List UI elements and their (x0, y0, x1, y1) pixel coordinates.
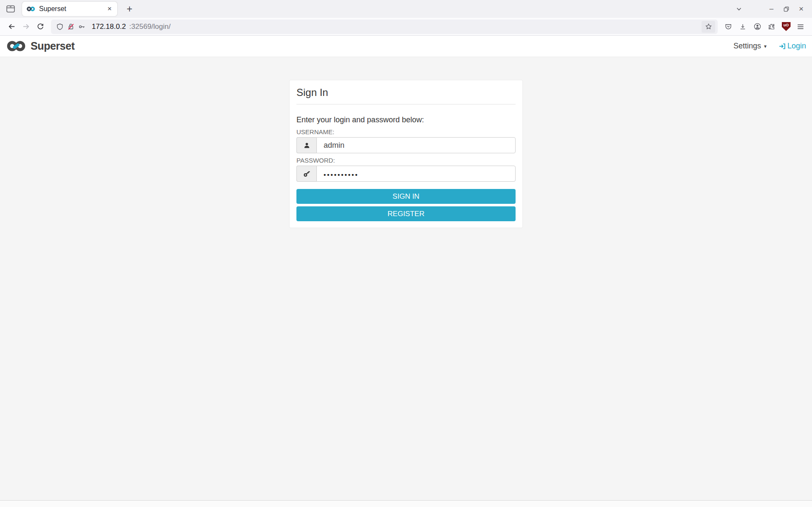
reload-button[interactable] (33, 20, 48, 33)
key-icon (296, 166, 316, 182)
bookmark-star-icon[interactable] (702, 21, 715, 33)
insecure-connection-lock-icon[interactable] (67, 23, 75, 31)
ublock-shield: uO (782, 22, 791, 31)
pocket-icon[interactable] (721, 20, 736, 33)
tab-title: Superset (39, 5, 104, 13)
ublock-origin-icon[interactable]: uO (779, 20, 793, 33)
password-label: PASSWORD: (296, 157, 516, 164)
sign-in-title: Sign In (296, 87, 516, 99)
minimize-button[interactable]: – (764, 3, 779, 15)
back-button[interactable] (4, 20, 19, 33)
user-icon (296, 137, 316, 153)
browser-toolbar: 172.18.0.2:32569/login/ (0, 18, 812, 36)
superset-favicon-icon (26, 6, 35, 11)
sign-in-arrow-icon (778, 42, 786, 50)
login-link[interactable]: Login (778, 42, 806, 51)
forward-button[interactable] (19, 20, 33, 33)
sign-in-card: Sign In Enter your login and password be… (289, 80, 523, 228)
restore-button[interactable] (779, 3, 794, 15)
url-path: :32569/login/ (129, 23, 170, 31)
page-footer (0, 500, 812, 507)
browser-tab[interactable]: Superset × (22, 2, 117, 16)
username-label: USERNAME: (296, 128, 516, 135)
username-input[interactable] (316, 137, 516, 153)
extensions-puzzle-icon[interactable] (764, 20, 779, 33)
page-background: Sign In Enter your login and password be… (0, 57, 812, 500)
superset-brand[interactable]: Superset (6, 40, 75, 52)
window-controls: – × (764, 3, 809, 15)
card-body: Enter your login and password below: USE… (290, 115, 522, 228)
brand-title: Superset (31, 40, 75, 52)
url-host: 172.18.0.2 (92, 23, 126, 31)
login-label: Login (787, 42, 806, 51)
saved-password-key-icon[interactable] (78, 23, 86, 31)
downloads-icon[interactable] (736, 20, 750, 33)
tab-close-icon[interactable]: × (104, 4, 115, 14)
new-tab-button[interactable]: + (122, 3, 137, 15)
navbar-right: Settings ▾ Login (733, 42, 806, 51)
menu-hamburger-icon[interactable] (793, 20, 808, 33)
settings-menu[interactable]: Settings ▾ (733, 42, 767, 51)
account-icon[interactable] (750, 20, 764, 33)
instruction-text: Enter your login and password below: (296, 115, 516, 124)
browser-window: Superset × + – × (0, 0, 812, 507)
superset-navbar: Superset Settings ▾ Login (0, 36, 812, 57)
superset-logo-icon (6, 40, 26, 52)
card-header: Sign In (296, 80, 516, 104)
url-bar[interactable]: 172.18.0.2:32569/login/ (51, 20, 718, 34)
close-window-button[interactable]: × (794, 3, 809, 15)
tracking-protection-shield-icon[interactable] (56, 23, 64, 31)
firefox-view-icon[interactable] (3, 3, 18, 15)
settings-label: Settings (733, 42, 761, 51)
browser-tab-bar: Superset × + – × (0, 0, 812, 18)
sign-in-button[interactable]: SIGN IN (296, 189, 516, 204)
register-button[interactable]: REGISTER (296, 206, 516, 221)
username-group (296, 137, 516, 153)
password-input[interactable] (316, 166, 516, 182)
chevron-down-icon: ▾ (764, 43, 767, 49)
list-tabs-chevron-icon[interactable] (732, 3, 746, 15)
password-group (296, 166, 516, 182)
